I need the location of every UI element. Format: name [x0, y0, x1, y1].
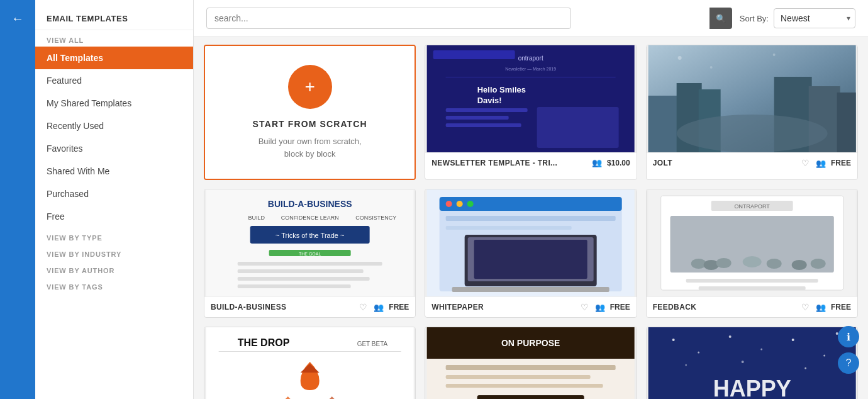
svg-text:BUILD: BUILD [248, 215, 265, 221]
back-button[interactable]: ← [6, 9, 29, 28]
jolt-thumbnail [647, 45, 857, 152]
sidebar-item-featured[interactable]: Featured [35, 69, 193, 92]
svg-point-89 [804, 368, 806, 369]
card-scratch[interactable]: + START FROM SCRATCH Build your own from… [204, 45, 416, 180]
svg-rect-45 [474, 240, 587, 279]
svg-rect-8 [446, 116, 509, 120]
whitepaper-card-actions: ♡ 👥 FREE [579, 302, 630, 312]
whitepaper-share-icon[interactable]: 👥 [594, 303, 606, 312]
newsletter-card-title: NEWSLETTER TEMPLATE - TRI... [431, 159, 587, 167]
svg-point-38 [446, 201, 452, 207]
sort-label: Sort By: [740, 14, 769, 23]
feedback-heart-icon[interactable]: ♡ [800, 302, 811, 312]
card-newsletter[interactable]: ontraport Newsletter — March 2019 Hello … [425, 45, 637, 180]
bab-thumbnail: BUILD-A-BUSINESS BUILD CONFIDENCE LEARN … [204, 189, 415, 296]
card-build-a-business[interactable]: BUILD-A-BUSINESS BUILD CONFIDENCE LEARN … [204, 189, 416, 318]
svg-rect-17 [837, 93, 855, 152]
newsletter-thumbnail: ontraport Newsletter — March 2019 Hello … [425, 45, 636, 152]
svg-text:ON PURPOSE: ON PURPOSE [501, 338, 560, 348]
svg-point-87 [685, 364, 687, 366]
sidebar-item-free[interactable]: Free [35, 205, 193, 228]
back-button-area: ← [0, 0, 35, 399]
svg-point-59 [810, 259, 825, 269]
info-button[interactable]: ℹ [838, 326, 859, 347]
newsletter-card-footer: NEWSLETTER TEMPLATE - TRI... 👥 $10.00 [425, 152, 636, 172]
sidebar-section-view-by-industry: VIEW BY INDUSTRY [35, 244, 193, 261]
svg-point-84 [791, 339, 794, 341]
bab-share-icon[interactable]: 👥 [372, 303, 385, 312]
svg-rect-46 [452, 287, 609, 292]
svg-point-54 [703, 260, 718, 270]
sort-select-wrap: Newest Oldest A-Z Z-A ▾ [774, 8, 855, 28]
help-button[interactable]: ? [838, 352, 859, 374]
scratch-card-content: + START FROM SCRATCH Build your own from… [205, 46, 415, 179]
svg-text:Hello Smiles: Hello Smiles [477, 85, 526, 94]
svg-text:Newsletter — March 2019: Newsletter — March 2019 [506, 67, 557, 71]
svg-point-19 [677, 56, 681, 60]
card-the-drop[interactable]: THE DROP GET BETA THE DROP [204, 327, 416, 399]
svg-text:Davis!: Davis! [477, 96, 502, 105]
help-buttons: ℹ ? [838, 326, 859, 374]
newsletter-thumb-svg: ontraport Newsletter — March 2019 Hello … [425, 45, 636, 152]
svg-point-58 [791, 260, 806, 270]
whitepaper-thumbnail [425, 189, 636, 296]
jolt-heart-icon[interactable]: ♡ [800, 158, 811, 168]
sort-select[interactable]: Newest Oldest A-Z Z-A [774, 8, 855, 28]
svg-point-81 [698, 352, 699, 354]
svg-rect-1 [433, 50, 515, 59]
whitepaper-thumb-svg [425, 189, 636, 296]
feedback-free-label: FREE [831, 303, 851, 312]
feedback-share-icon[interactable]: 👥 [815, 303, 827, 312]
svg-text:ONTRAPORT: ONTRAPORT [734, 203, 770, 210]
svg-text:~ Tricks of the Trade ~: ~ Tricks of the Trade ~ [275, 232, 344, 239]
bab-heart-icon[interactable]: ♡ [358, 302, 369, 312]
jolt-card-actions: ♡ 👥 FREE [800, 158, 851, 168]
search-input[interactable] [206, 8, 571, 29]
jolt-share-icon[interactable]: 👥 [815, 159, 827, 168]
svg-point-85 [823, 355, 825, 357]
svg-point-82 [728, 335, 731, 338]
svg-rect-65 [219, 351, 401, 352]
svg-point-80 [672, 339, 674, 341]
whitepaper-free-label: FREE [610, 303, 630, 312]
svg-text:CONSISTENCY: CONSISTENCY [355, 215, 396, 221]
sidebar-item-recently-used[interactable]: Recently Used [35, 115, 193, 137]
scratch-title: START FROM SCRATCH [253, 119, 367, 129]
svg-rect-4 [446, 77, 616, 77]
sidebar-section-view-by-tags: VIEW BY TAGS [35, 277, 193, 293]
card-whitepaper[interactable]: WHITEPAPER ♡ 👥 FREE [425, 189, 637, 318]
feedback-card-footer: FEEDBACK ♡ 👥 FREE [647, 296, 857, 317]
svg-rect-60 [686, 279, 818, 283]
sidebar-item-favorites[interactable]: Favorites [35, 137, 193, 160]
svg-rect-33 [238, 277, 370, 281]
svg-point-55 [716, 258, 731, 268]
card-feedback[interactable]: ONTRAPORT [646, 189, 858, 318]
svg-text:BUILD-A-BUSINESS: BUILD-A-BUSINESS [268, 199, 352, 209]
card-jolt[interactable]: JOLT ♡ 👥 FREE [646, 45, 858, 180]
whitepaper-heart-icon[interactable]: ♡ [579, 302, 590, 312]
svg-point-57 [766, 259, 781, 269]
search-icon[interactable]: 🔍 [709, 8, 732, 29]
sidebar-item-all-templates[interactable]: All Templates [35, 47, 193, 69]
sidebar-item-shared-with-me[interactable]: Shared With Me [35, 160, 193, 183]
bab-thumb-svg: BUILD-A-BUSINESS BUILD CONFIDENCE LEARN … [204, 189, 415, 296]
card-happy[interactable]: HAPPY HAPPY ♡ 👥 [646, 327, 858, 399]
template-grid: + START FROM SCRATCH Build your own from… [204, 45, 858, 399]
svg-rect-74 [446, 384, 603, 388]
sidebar-item-purchased[interactable]: Purchased [35, 183, 193, 205]
svg-rect-9 [446, 123, 521, 127]
sidebar-section-view-by-author: VIEW BY AUTHOR [35, 261, 193, 277]
grid-area: + START FROM SCRATCH Build your own from… [194, 37, 868, 399]
jolt-thumb-svg [647, 45, 857, 152]
svg-rect-61 [698, 286, 805, 290]
sidebar-item-my-shared-templates[interactable]: My Shared Templates [35, 92, 193, 115]
svg-rect-12 [648, 96, 679, 152]
newsletter-card-actions: 👥 $10.00 [591, 158, 630, 167]
newsletter-share-icon[interactable]: 👥 [591, 158, 603, 167]
svg-rect-41 [446, 216, 616, 221]
thedrop-thumbnail: THE DROP GET BETA [204, 327, 415, 399]
svg-rect-72 [446, 365, 616, 370]
card-on-purpose[interactable]: ON PURPOSE Click to view this email onli… [425, 327, 637, 399]
svg-text:THE GOAL: THE GOAL [299, 252, 321, 256]
svg-rect-37 [440, 197, 622, 211]
